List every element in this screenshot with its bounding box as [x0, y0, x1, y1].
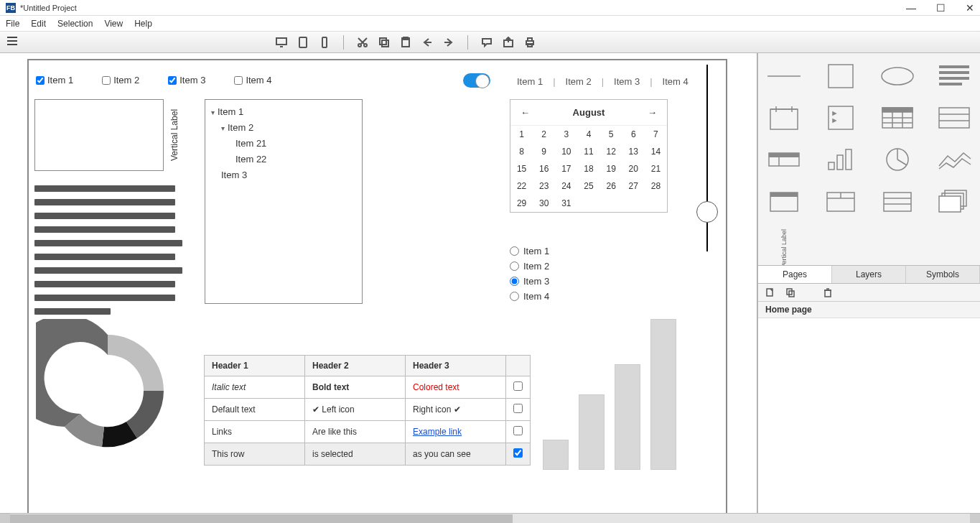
copy-icon[interactable]	[378, 37, 390, 48]
canvas-area[interactable]: Item 1 Item 2 Item 3 Item 4 Item 1| Item…	[0, 53, 757, 513]
horizontal-scrollbar[interactable]	[0, 513, 980, 523]
calendar-day[interactable]: 15	[510, 160, 533, 177]
calendar-day[interactable]: 22	[510, 177, 533, 195]
shape-stack[interactable]	[877, 187, 917, 216]
table-row[interactable]: Italic text Bold text Colored text	[205, 376, 531, 399]
shape-header[interactable]	[765, 145, 804, 174]
slider-thumb[interactable]	[696, 201, 718, 223]
print-icon[interactable]	[524, 37, 536, 48]
calendar-day[interactable]: 2	[533, 126, 555, 143]
radio-item[interactable]: Item 1	[510, 246, 549, 256]
tree-item[interactable]: Item 2	[211, 120, 356, 136]
shape-linechart[interactable]	[934, 145, 974, 174]
shape-list[interactable]	[934, 103, 974, 132]
toggle-switch[interactable]	[463, 73, 490, 88]
calendar-day[interactable]: 14	[645, 143, 667, 160]
example-link[interactable]: Example link	[413, 427, 462, 437]
calendar-day[interactable]: 11	[577, 143, 599, 160]
radio-item[interactable]: Item 4	[510, 291, 549, 302]
calendar-day[interactable]: 21	[645, 160, 667, 177]
desktop-icon[interactable]	[276, 37, 287, 48]
shape-tree[interactable]	[821, 103, 861, 132]
calendar-day[interactable]: 10	[555, 143, 577, 160]
textarea[interactable]	[34, 99, 164, 171]
checkbox-item[interactable]: Item 1	[36, 75, 73, 85]
duplicate-page-icon[interactable]	[785, 287, 795, 297]
calendar-day[interactable]: 7	[645, 126, 667, 143]
shape-paragraph[interactable]	[934, 62, 974, 91]
calendar-day[interactable]: 24	[555, 177, 577, 195]
vertical-slider[interactable]	[696, 65, 718, 251]
table-header[interactable]: Header 2	[305, 356, 406, 376]
panel-tab-layers[interactable]: Layers	[832, 266, 906, 283]
calendar-day[interactable]: 29	[510, 195, 533, 212]
tab-item[interactable]: Item 2	[566, 76, 592, 87]
checkbox-item[interactable]: Item 4	[234, 75, 271, 85]
calendar-day[interactable]: 12	[600, 143, 622, 160]
tab-item[interactable]: Item 1	[517, 76, 543, 87]
close-button[interactable]: ✕	[966, 2, 974, 14]
tree-view[interactable]: Item 1 Item 2 Item 21 Item 22 Item 3	[205, 99, 363, 304]
shape-barchart[interactable]	[821, 145, 861, 174]
calendar-prev-icon[interactable]: ←	[521, 107, 530, 118]
calendar-day[interactable]: 26	[600, 177, 622, 195]
new-page-icon[interactable]	[765, 287, 775, 297]
calendar-day[interactable]: 3	[555, 126, 577, 143]
tree-item[interactable]: Item 21	[211, 136, 356, 152]
tree-item[interactable]: Item 3	[211, 167, 356, 183]
undo-icon[interactable]	[421, 37, 433, 48]
phone-icon[interactable]	[319, 37, 330, 48]
shape-window[interactable]	[765, 187, 804, 216]
checkbox-item[interactable]: Item 3	[168, 75, 205, 85]
shape-line[interactable]	[765, 62, 804, 91]
calendar-day[interactable]: 28	[645, 177, 667, 195]
maximize-button[interactable]: ☐	[936, 2, 946, 14]
calendar-day[interactable]: 23	[533, 177, 555, 195]
page-list-item[interactable]: Home page	[758, 302, 980, 318]
menu-file[interactable]: File	[6, 19, 19, 29]
calendar-day[interactable]: 30	[533, 195, 555, 212]
calendar-day[interactable]: 4	[577, 126, 599, 143]
calendar[interactable]: ← August → 12345678910111213141516171819…	[510, 99, 668, 213]
checkbox-item[interactable]: Item 2	[102, 75, 139, 85]
calendar-day[interactable]: 27	[622, 177, 645, 195]
hamburger-icon[interactable]	[7, 37, 19, 48]
cut-icon[interactable]	[357, 37, 368, 48]
tree-item[interactable]: Item 1	[211, 104, 356, 120]
menu-edit[interactable]: Edit	[31, 19, 46, 29]
shape-ellipse[interactable]	[877, 62, 917, 91]
redo-icon[interactable]	[443, 37, 454, 48]
paste-icon[interactable]	[400, 37, 411, 48]
shape-piechart[interactable]	[877, 145, 917, 174]
calendar-day[interactable]: 5	[600, 126, 622, 143]
tree-item[interactable]: Item 22	[211, 152, 356, 167]
table-row[interactable]: This row is selected as you can see	[205, 443, 531, 466]
table-header[interactable]: Header 1	[205, 356, 305, 376]
tab-item[interactable]: Item 4	[663, 76, 689, 87]
calendar-next-icon[interactable]: →	[648, 107, 657, 118]
calendar-day[interactable]: 1	[510, 126, 533, 143]
calendar-day[interactable]: 20	[622, 160, 645, 177]
panel-tab-symbols[interactable]: Symbols	[906, 266, 980, 283]
radio-item[interactable]: Item 2	[510, 261, 549, 272]
calendar-day[interactable]: 17	[555, 160, 577, 177]
calendar-day[interactable]: 25	[577, 177, 599, 195]
calendar-day[interactable]: 31	[555, 195, 577, 212]
calendar-day[interactable]: 16	[533, 160, 555, 177]
menu-view[interactable]: View	[104, 19, 123, 29]
shape-table[interactable]	[877, 103, 917, 132]
calendar-day[interactable]: 13	[622, 143, 645, 160]
widget-palette[interactable]: Vertical Label Press 's' for more!	[758, 53, 980, 265]
menu-selection[interactable]: Selection	[57, 19, 93, 29]
calendar-day[interactable]: 8	[510, 143, 533, 160]
canvas[interactable]: Item 1 Item 2 Item 3 Item 4 Item 1| Item…	[27, 59, 727, 513]
calendar-day[interactable]: 19	[600, 160, 622, 177]
shape-calendar[interactable]	[765, 103, 804, 132]
menu-help[interactable]: Help	[134, 19, 152, 29]
table-row[interactable]: Default text ✔ Left icon Right icon ✔	[205, 399, 531, 421]
shape-rect[interactable]	[821, 62, 861, 91]
table-header[interactable]: Header 3	[406, 356, 506, 376]
tablet-icon[interactable]	[297, 37, 309, 48]
calendar-day[interactable]: 6	[622, 126, 645, 143]
calendar-day[interactable]: 9	[533, 143, 555, 160]
